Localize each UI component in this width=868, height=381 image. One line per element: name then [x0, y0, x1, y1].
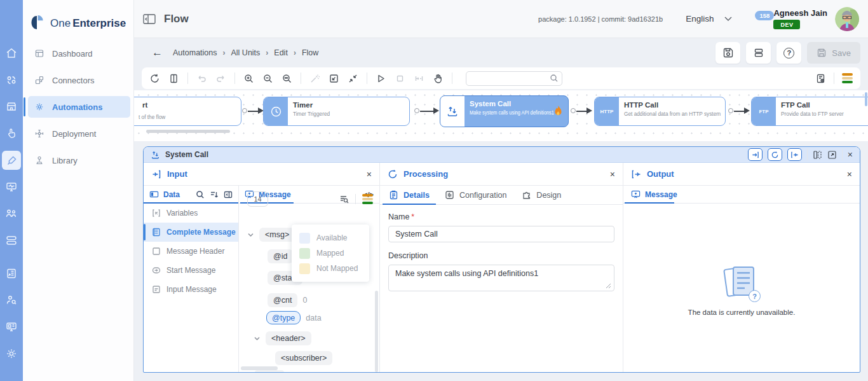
log-view-icon[interactable]: [815, 73, 826, 84]
sidebar-item-library[interactable]: Library: [23, 147, 133, 174]
zoom-out-icon[interactable]: [262, 73, 273, 84]
connectors-icon: [34, 75, 44, 85]
filter-search-icon[interactable]: [339, 195, 349, 204]
close-input-button[interactable]: ×: [367, 170, 372, 179]
touch-icon[interactable]: [5, 127, 18, 140]
zoom-in-icon[interactable]: [243, 73, 254, 84]
xml-tag-subscriber[interactable]: <subscriber>: [275, 351, 332, 365]
close-panel-button[interactable]: ×: [848, 150, 853, 159]
toggle-processing-pane-button[interactable]: [768, 148, 782, 161]
sidebar-item-deployment[interactable]: Deployment: [23, 120, 133, 147]
xml-tag-msg[interactable]: <msg>: [259, 228, 295, 242]
breadcrumb-item[interactable]: Automations: [173, 48, 217, 57]
magic-wand-icon[interactable]: [309, 73, 320, 84]
layout-button[interactable]: [746, 42, 771, 64]
avatar[interactable]: [835, 7, 859, 31]
breadcrumb-item[interactable]: Flow: [302, 48, 318, 57]
sidebar-item-automations[interactable]: Automations: [23, 94, 133, 120]
help-button[interactable]: ?: [776, 42, 801, 64]
reload-icon[interactable]: [149, 73, 160, 84]
flow-node-ftp-call[interactable]: FTP FTP Call Provide data to FTP server: [751, 97, 868, 126]
flow-node-timer[interactable]: Timer Timer Triggered: [263, 97, 410, 126]
sidebar-item-connectors[interactable]: Connectors: [23, 67, 133, 94]
toggle-output-pane-button[interactable]: [787, 148, 802, 161]
tab-design[interactable]: Design: [522, 186, 561, 204]
save-version-button[interactable]: [715, 42, 740, 64]
open-in-new-icon[interactable]: [827, 150, 837, 160]
brand-logo[interactable]: OneEnterprise: [23, 0, 133, 37]
search-icon[interactable]: [196, 190, 205, 199]
stop-icon[interactable]: [395, 73, 405, 84]
name-field[interactable]: [388, 226, 614, 242]
close-output-button[interactable]: ×: [847, 170, 852, 179]
tab-details[interactable]: Details: [389, 186, 430, 204]
home-icon[interactable]: [5, 47, 18, 60]
canvas-h-scrollbar[interactable]: [146, 130, 230, 133]
canvas-search-input[interactable]: [466, 71, 562, 86]
flow-node-http-call[interactable]: HTTP HTTP Call Get additional data from …: [594, 97, 726, 126]
community-icon[interactable]: [5, 74, 18, 87]
message-v-scrollbar[interactable]: [375, 291, 378, 372]
copy-document-icon[interactable]: [168, 73, 179, 84]
tree-item-complete-message[interactable]: Complete Message: [144, 223, 238, 242]
sidebar-item-dashboard[interactable]: Dashboard: [23, 40, 133, 67]
brush-icon[interactable]: [2, 151, 21, 170]
close-processing-button[interactable]: ×: [610, 170, 615, 179]
monitor-pulse-icon[interactable]: [5, 181, 18, 193]
pan-hand-icon[interactable]: [433, 73, 444, 84]
fit-to-screen-icon[interactable]: [329, 73, 339, 84]
store-icon[interactable]: [5, 100, 18, 113]
xml-attr-cnt[interactable]: @cnt: [268, 293, 297, 307]
tab-configuration[interactable]: Configuration: [445, 186, 506, 204]
flow-canvas[interactable]: rt t of the flow Timer Timer Triggered: [134, 90, 868, 141]
data-tab[interactable]: Data: [144, 186, 238, 204]
tree-item-message-header[interactable]: Message Header: [144, 242, 238, 261]
back-button[interactable]: ←: [152, 46, 163, 59]
canvas-search: [466, 71, 562, 86]
breadcrumb-item[interactable]: Edit: [274, 48, 288, 57]
collapse-pane-icon[interactable]: [224, 190, 233, 199]
doc-panel-icon[interactable]: [5, 267, 18, 280]
server-icon[interactable]: [5, 234, 18, 247]
language-selector[interactable]: English: [686, 14, 733, 24]
sidebar-collapse-icon[interactable]: [143, 14, 156, 24]
chevron-down-icon[interactable]: [254, 335, 261, 342]
undo-icon[interactable]: [196, 73, 207, 84]
flow-node-start[interactable]: rt t of the flow: [134, 97, 241, 126]
xml-attr-type[interactable]: @type: [266, 311, 301, 324]
save-button[interactable]: Save: [807, 42, 860, 64]
run-icon[interactable]: [376, 73, 386, 84]
toggle-input-pane-button[interactable]: [748, 148, 763, 161]
sort-icon[interactable]: [210, 190, 219, 199]
output-message-tab[interactable]: Message: [623, 186, 860, 204]
monitor-grid-icon[interactable]: [5, 321, 18, 333]
redo-icon[interactable]: [215, 73, 226, 84]
split-columns-icon[interactable]: [813, 150, 822, 160]
zoom-reset-icon[interactable]: [281, 73, 292, 84]
user-search-icon[interactable]: [5, 294, 18, 307]
breadcrumb-item[interactable]: All Units: [231, 48, 260, 57]
flow-node-system-call[interactable]: System Call Make system calls using API …: [440, 95, 569, 127]
chevron-down-icon[interactable]: [247, 232, 254, 239]
xml-tag-header[interactable]: <header>: [266, 331, 311, 345]
step-icon[interactable]: [414, 73, 424, 84]
legend-toggle-icon[interactable]: [362, 194, 373, 204]
collapse-arrows-icon[interactable]: [348, 73, 358, 84]
tree-item-start-message[interactable]: Start Message: [144, 261, 238, 280]
data-window-icon: [149, 190, 159, 199]
message-h-scrollbar[interactable]: [241, 366, 278, 370]
package-info: package: 1.0.1952 | commit: 9ad16321b: [538, 15, 663, 23]
tree-item-variables[interactable]: Variables: [144, 204, 238, 223]
people-icon[interactable]: [5, 207, 18, 220]
node-subtitle: Timer Triggered: [293, 111, 395, 117]
legend-toggle-icon[interactable]: [842, 73, 853, 83]
font-size-selector[interactable]: 14: [247, 191, 268, 207]
tree-item-input-message[interactable]: Input Message: [144, 280, 238, 299]
description-field[interactable]: Make system calls using API definitions1: [388, 265, 614, 291]
panel-title-actions: ×: [748, 148, 853, 161]
canvas-v-scrollbar[interactable]: [865, 92, 867, 106]
resize-handle-icon[interactable]: [606, 283, 611, 289]
xml-attr-id[interactable]: @id: [268, 249, 293, 263]
user-block[interactable]: Agneesh Jain DEV: [773, 8, 827, 29]
gear-icon[interactable]: [5, 347, 18, 360]
